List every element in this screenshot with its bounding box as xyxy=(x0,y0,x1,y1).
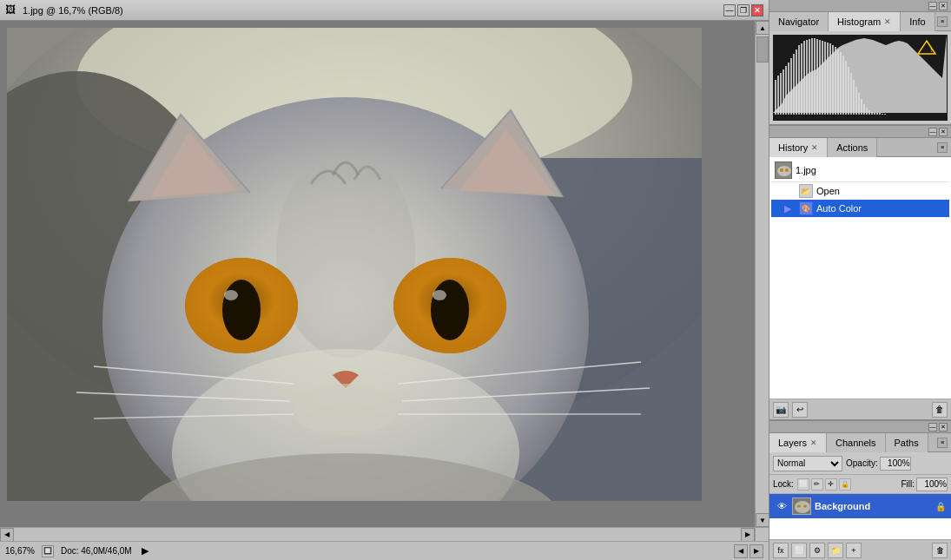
svg-rect-55 xyxy=(853,80,855,115)
layer-background[interactable]: 👁 Background 🔒 xyxy=(769,494,951,518)
fill-input[interactable] xyxy=(916,478,948,491)
scroll-thumb-vertical[interactable] xyxy=(756,36,769,63)
lock-position[interactable]: ✛ xyxy=(825,478,837,491)
layers-panel-minimize[interactable]: — xyxy=(928,423,937,432)
proof-colors-button[interactable]: 🔲 xyxy=(42,545,54,557)
scroll-left-button[interactable]: ◀ xyxy=(0,528,14,542)
svg-rect-37 xyxy=(806,40,808,115)
history-auto-color-icon: 🎨 xyxy=(799,201,813,215)
svg-rect-57 xyxy=(858,93,860,115)
histogram-tab-close[interactable]: ✕ xyxy=(884,17,891,26)
tab-histogram[interactable]: Histogram ✕ xyxy=(829,12,901,31)
panel-options-btn[interactable]: ≡ xyxy=(937,16,948,27)
app-window: 🖼 1.jpg @ 16,7% (RGB/8) — ❐ ✕ xyxy=(0,0,951,560)
svg-rect-65 xyxy=(879,113,881,115)
status-bar: 16,67% 🔲 Doc: 46,0M/46,0M ▶ ◀ ▶ xyxy=(0,541,769,560)
tab-actions[interactable]: Actions xyxy=(828,138,877,157)
history-panel-controls: ≡ xyxy=(937,142,951,153)
status-scroll-right[interactable]: ▶ xyxy=(750,544,763,558)
history-options-btn[interactable]: ≡ xyxy=(937,142,948,153)
top-panel-controls: ≡ xyxy=(937,16,951,27)
svg-rect-43 xyxy=(822,41,823,115)
scroll-right-button[interactable]: ▶ xyxy=(741,528,755,542)
lock-image-pixels[interactable]: ✏ xyxy=(811,478,823,491)
status-arrow-button[interactable]: ▶ xyxy=(139,545,151,557)
layer-fx-button[interactable]: fx xyxy=(773,543,789,558)
layers-tab-close[interactable]: ✕ xyxy=(810,438,817,447)
minimize-button[interactable]: — xyxy=(723,4,736,16)
history-item-open[interactable]: 📂 Open xyxy=(771,182,949,200)
layers-panel-close[interactable]: ✕ xyxy=(939,423,948,432)
svg-rect-45 xyxy=(827,43,829,115)
svg-rect-32 xyxy=(793,54,795,115)
create-snapshot-button[interactable]: 📷 xyxy=(773,402,789,418)
canvas-image xyxy=(7,28,702,501)
history-tab-close[interactable]: ✕ xyxy=(811,143,818,152)
svg-rect-34 xyxy=(798,45,800,115)
svg-point-11 xyxy=(224,290,238,300)
opacity-input[interactable] xyxy=(880,457,911,471)
svg-text:!: ! xyxy=(930,45,933,54)
svg-rect-64 xyxy=(876,113,878,115)
group-button[interactable]: 📁 xyxy=(828,543,843,558)
svg-point-15 xyxy=(433,290,446,300)
history-panel-close[interactable]: ✕ xyxy=(939,128,948,136)
lock-all[interactable]: 🔒 xyxy=(839,478,851,491)
layers-options-btn[interactable]: ≡ xyxy=(937,438,948,448)
svg-rect-67 xyxy=(884,114,886,115)
svg-rect-28 xyxy=(783,69,784,115)
history-panel-tabs: History ✕ Actions ≡ xyxy=(769,138,951,157)
history-item-auto-color[interactable]: ▶ 🎨 Auto Color xyxy=(771,200,949,217)
layers-options-row: Normal Opacity: xyxy=(769,452,951,475)
top-panel-close[interactable]: ✕ xyxy=(939,2,948,10)
history-item-auto-color-label: Auto Color xyxy=(816,203,862,214)
lock-transparent-pixels[interactable]: ⬜ xyxy=(797,478,809,491)
svg-point-74 xyxy=(795,501,810,513)
top-panel-tabs: Navigator Histogram ✕ Info ≡ xyxy=(769,12,951,31)
delete-layer-button[interactable]: 🗑 xyxy=(932,543,948,558)
scroll-up-button[interactable]: ▲ xyxy=(756,21,769,35)
history-panel-minimize[interactable]: — xyxy=(928,128,937,136)
layer-lock-icon: 🔒 xyxy=(935,502,946,511)
history-snapshot-thumb xyxy=(775,161,792,179)
canvas-main[interactable] xyxy=(0,21,755,527)
layers-content: 👁 Background 🔒 xyxy=(769,494,951,539)
tab-info[interactable]: Info xyxy=(901,12,934,31)
scroll-track-horizontal[interactable] xyxy=(14,528,741,542)
tab-layers[interactable]: Layers ✕ xyxy=(769,433,827,452)
create-new-document-button[interactable]: ↩ xyxy=(792,402,808,418)
horizontal-scrollbar[interactable]: ◀ ▶ xyxy=(0,527,769,541)
add-mask-button[interactable]: ⬜ xyxy=(791,543,807,558)
histogram-area: ! xyxy=(773,35,948,121)
svg-point-10 xyxy=(222,280,261,340)
svg-rect-40 xyxy=(814,38,816,115)
canvas-row: ▲ ▼ xyxy=(0,21,769,527)
thumb-svg xyxy=(776,162,792,179)
history-content: 1.jpg 📂 Open ▶ xyxy=(769,157,951,399)
svg-rect-44 xyxy=(824,42,826,115)
doc-info: Doc: 46,0M/46,0M xyxy=(61,546,132,556)
scroll-track-vertical[interactable] xyxy=(756,35,769,513)
delete-history-button[interactable]: 🗑 xyxy=(932,402,948,418)
tab-channels[interactable]: Channels xyxy=(827,433,885,452)
scroll-down-button[interactable]: ▼ xyxy=(756,513,769,527)
vertical-scrollbar[interactable]: ▲ ▼ xyxy=(755,21,769,527)
svg-rect-63 xyxy=(874,113,875,115)
top-panel-minimize[interactable]: — xyxy=(928,2,937,10)
blending-mode-select[interactable]: Normal xyxy=(773,456,842,471)
status-scroll-left[interactable]: ◀ xyxy=(734,544,748,558)
tab-paths[interactable]: Paths xyxy=(886,433,928,452)
svg-rect-39 xyxy=(811,38,813,115)
tab-navigator[interactable]: Navigator xyxy=(769,12,829,31)
layer-visibility-toggle[interactable]: 👁 xyxy=(775,499,789,513)
close-document-button[interactable]: ✕ xyxy=(751,4,763,16)
svg-point-71 xyxy=(780,168,783,172)
right-panel: — ✕ Navigator Histogram ✕ Info xyxy=(769,0,951,560)
layers-panel-tabs: Layers ✕ Channels Paths ≡ xyxy=(769,433,951,452)
adjustment-layer-button[interactable]: ⚙ xyxy=(809,543,825,558)
new-layer-button[interactable]: + xyxy=(846,543,862,558)
content-area: 🖼 1.jpg @ 16,7% (RGB/8) — ❐ ✕ xyxy=(0,0,951,560)
restore-button[interactable]: ❐ xyxy=(737,4,750,16)
tab-history[interactable]: History ✕ xyxy=(769,138,828,157)
svg-rect-36 xyxy=(803,41,805,115)
